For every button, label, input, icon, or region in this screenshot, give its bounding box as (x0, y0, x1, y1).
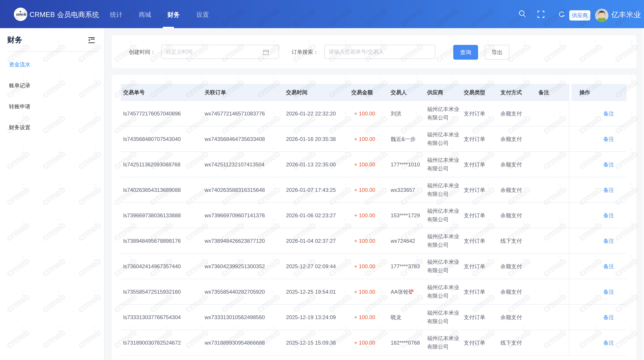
svg-text:100: 100 (408, 289, 414, 293)
